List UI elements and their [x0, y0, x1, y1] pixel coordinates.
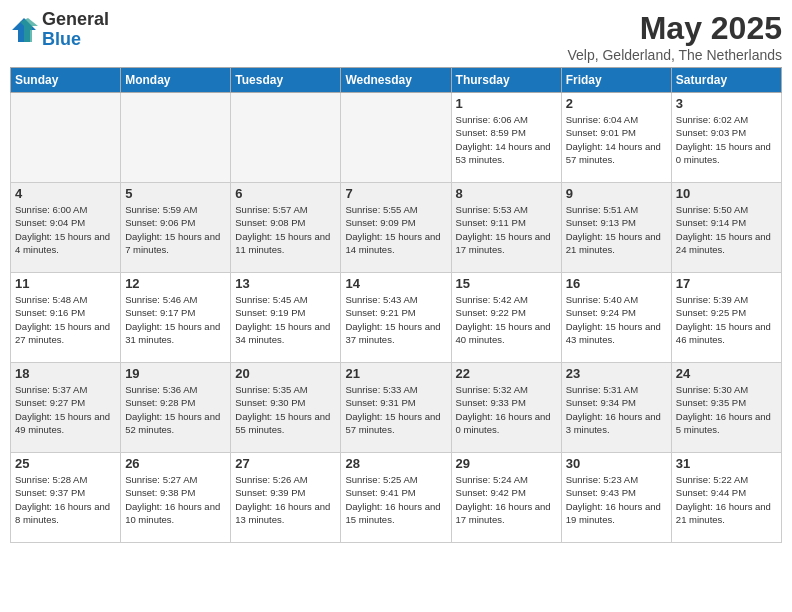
calendar-day: 21Sunrise: 5:33 AMSunset: 9:31 PMDayligh… — [341, 363, 451, 453]
day-info: Sunrise: 5:51 AMSunset: 9:13 PMDaylight:… — [566, 203, 667, 256]
calendar-day: 17Sunrise: 5:39 AMSunset: 9:25 PMDayligh… — [671, 273, 781, 363]
calendar-day: 9Sunrise: 5:51 AMSunset: 9:13 PMDaylight… — [561, 183, 671, 273]
weekday-header: Saturday — [671, 68, 781, 93]
calendar-table: SundayMondayTuesdayWednesdayThursdayFrid… — [10, 67, 782, 543]
day-number: 3 — [676, 96, 777, 111]
day-info: Sunrise: 5:45 AMSunset: 9:19 PMDaylight:… — [235, 293, 336, 346]
weekday-header: Sunday — [11, 68, 121, 93]
calendar-week-row: 18Sunrise: 5:37 AMSunset: 9:27 PMDayligh… — [11, 363, 782, 453]
calendar-day: 4Sunrise: 6:00 AMSunset: 9:04 PMDaylight… — [11, 183, 121, 273]
day-info: Sunrise: 5:59 AMSunset: 9:06 PMDaylight:… — [125, 203, 226, 256]
calendar-day: 5Sunrise: 5:59 AMSunset: 9:06 PMDaylight… — [121, 183, 231, 273]
day-info: Sunrise: 5:27 AMSunset: 9:38 PMDaylight:… — [125, 473, 226, 526]
weekday-header: Thursday — [451, 68, 561, 93]
calendar-day: 29Sunrise: 5:24 AMSunset: 9:42 PMDayligh… — [451, 453, 561, 543]
calendar-week-row: 11Sunrise: 5:48 AMSunset: 9:16 PMDayligh… — [11, 273, 782, 363]
day-info: Sunrise: 5:39 AMSunset: 9:25 PMDaylight:… — [676, 293, 777, 346]
calendar-day: 16Sunrise: 5:40 AMSunset: 9:24 PMDayligh… — [561, 273, 671, 363]
day-info: Sunrise: 6:02 AMSunset: 9:03 PMDaylight:… — [676, 113, 777, 166]
day-info: Sunrise: 5:42 AMSunset: 9:22 PMDaylight:… — [456, 293, 557, 346]
page-header: General Blue May 2025 Velp, Gelderland, … — [10, 10, 782, 63]
calendar-day: 31Sunrise: 5:22 AMSunset: 9:44 PMDayligh… — [671, 453, 781, 543]
day-number: 2 — [566, 96, 667, 111]
day-number: 25 — [15, 456, 116, 471]
weekday-header: Friday — [561, 68, 671, 93]
day-number: 29 — [456, 456, 557, 471]
day-info: Sunrise: 5:43 AMSunset: 9:21 PMDaylight:… — [345, 293, 446, 346]
day-info: Sunrise: 5:48 AMSunset: 9:16 PMDaylight:… — [15, 293, 116, 346]
logo-blue: Blue — [42, 29, 81, 49]
day-number: 31 — [676, 456, 777, 471]
day-number: 7 — [345, 186, 446, 201]
day-info: Sunrise: 5:26 AMSunset: 9:39 PMDaylight:… — [235, 473, 336, 526]
day-number: 20 — [235, 366, 336, 381]
calendar-day: 13Sunrise: 5:45 AMSunset: 9:19 PMDayligh… — [231, 273, 341, 363]
calendar-day: 3Sunrise: 6:02 AMSunset: 9:03 PMDaylight… — [671, 93, 781, 183]
calendar-day: 8Sunrise: 5:53 AMSunset: 9:11 PMDaylight… — [451, 183, 561, 273]
day-number: 16 — [566, 276, 667, 291]
calendar-day: 10Sunrise: 5:50 AMSunset: 9:14 PMDayligh… — [671, 183, 781, 273]
day-number: 21 — [345, 366, 446, 381]
logo-icon — [10, 16, 38, 44]
calendar-day: 14Sunrise: 5:43 AMSunset: 9:21 PMDayligh… — [341, 273, 451, 363]
calendar-day: 12Sunrise: 5:46 AMSunset: 9:17 PMDayligh… — [121, 273, 231, 363]
calendar-day: 7Sunrise: 5:55 AMSunset: 9:09 PMDaylight… — [341, 183, 451, 273]
weekday-header: Tuesday — [231, 68, 341, 93]
weekday-header-row: SundayMondayTuesdayWednesdayThursdayFrid… — [11, 68, 782, 93]
calendar-day: 23Sunrise: 5:31 AMSunset: 9:34 PMDayligh… — [561, 363, 671, 453]
day-number: 4 — [15, 186, 116, 201]
day-info: Sunrise: 5:33 AMSunset: 9:31 PMDaylight:… — [345, 383, 446, 436]
day-number: 27 — [235, 456, 336, 471]
calendar-day: 6Sunrise: 5:57 AMSunset: 9:08 PMDaylight… — [231, 183, 341, 273]
calendar-day: 2Sunrise: 6:04 AMSunset: 9:01 PMDaylight… — [561, 93, 671, 183]
day-number: 23 — [566, 366, 667, 381]
calendar-day: 24Sunrise: 5:30 AMSunset: 9:35 PMDayligh… — [671, 363, 781, 453]
calendar-day: 28Sunrise: 5:25 AMSunset: 9:41 PMDayligh… — [341, 453, 451, 543]
day-number: 1 — [456, 96, 557, 111]
day-info: Sunrise: 5:50 AMSunset: 9:14 PMDaylight:… — [676, 203, 777, 256]
day-info: Sunrise: 5:46 AMSunset: 9:17 PMDaylight:… — [125, 293, 226, 346]
day-number: 12 — [125, 276, 226, 291]
weekday-header: Monday — [121, 68, 231, 93]
day-info: Sunrise: 5:40 AMSunset: 9:24 PMDaylight:… — [566, 293, 667, 346]
calendar-week-row: 1Sunrise: 6:06 AMSunset: 8:59 PMDaylight… — [11, 93, 782, 183]
logo-text: General Blue — [42, 10, 109, 50]
day-number: 15 — [456, 276, 557, 291]
day-number: 28 — [345, 456, 446, 471]
day-info: Sunrise: 5:25 AMSunset: 9:41 PMDaylight:… — [345, 473, 446, 526]
day-number: 30 — [566, 456, 667, 471]
day-info: Sunrise: 5:30 AMSunset: 9:35 PMDaylight:… — [676, 383, 777, 436]
calendar-day — [121, 93, 231, 183]
calendar-day: 18Sunrise: 5:37 AMSunset: 9:27 PMDayligh… — [11, 363, 121, 453]
calendar-day — [231, 93, 341, 183]
calendar-day — [341, 93, 451, 183]
logo-general: General — [42, 9, 109, 29]
logo: General Blue — [10, 10, 109, 50]
title-block: May 2025 Velp, Gelderland, The Netherlan… — [567, 10, 782, 63]
month-title: May 2025 — [567, 10, 782, 47]
calendar-day: 19Sunrise: 5:36 AMSunset: 9:28 PMDayligh… — [121, 363, 231, 453]
day-number: 19 — [125, 366, 226, 381]
day-info: Sunrise: 5:57 AMSunset: 9:08 PMDaylight:… — [235, 203, 336, 256]
day-info: Sunrise: 5:31 AMSunset: 9:34 PMDaylight:… — [566, 383, 667, 436]
calendar-day: 30Sunrise: 5:23 AMSunset: 9:43 PMDayligh… — [561, 453, 671, 543]
day-info: Sunrise: 5:53 AMSunset: 9:11 PMDaylight:… — [456, 203, 557, 256]
calendar-day: 1Sunrise: 6:06 AMSunset: 8:59 PMDaylight… — [451, 93, 561, 183]
day-info: Sunrise: 5:28 AMSunset: 9:37 PMDaylight:… — [15, 473, 116, 526]
day-number: 11 — [15, 276, 116, 291]
day-info: Sunrise: 5:37 AMSunset: 9:27 PMDaylight:… — [15, 383, 116, 436]
day-info: Sunrise: 5:35 AMSunset: 9:30 PMDaylight:… — [235, 383, 336, 436]
weekday-header: Wednesday — [341, 68, 451, 93]
day-info: Sunrise: 5:23 AMSunset: 9:43 PMDaylight:… — [566, 473, 667, 526]
calendar-week-row: 25Sunrise: 5:28 AMSunset: 9:37 PMDayligh… — [11, 453, 782, 543]
day-info: Sunrise: 5:55 AMSunset: 9:09 PMDaylight:… — [345, 203, 446, 256]
day-number: 10 — [676, 186, 777, 201]
day-info: Sunrise: 6:06 AMSunset: 8:59 PMDaylight:… — [456, 113, 557, 166]
day-number: 8 — [456, 186, 557, 201]
day-number: 13 — [235, 276, 336, 291]
day-number: 22 — [456, 366, 557, 381]
day-number: 5 — [125, 186, 226, 201]
calendar-day: 15Sunrise: 5:42 AMSunset: 9:22 PMDayligh… — [451, 273, 561, 363]
calendar-day: 26Sunrise: 5:27 AMSunset: 9:38 PMDayligh… — [121, 453, 231, 543]
day-number: 26 — [125, 456, 226, 471]
